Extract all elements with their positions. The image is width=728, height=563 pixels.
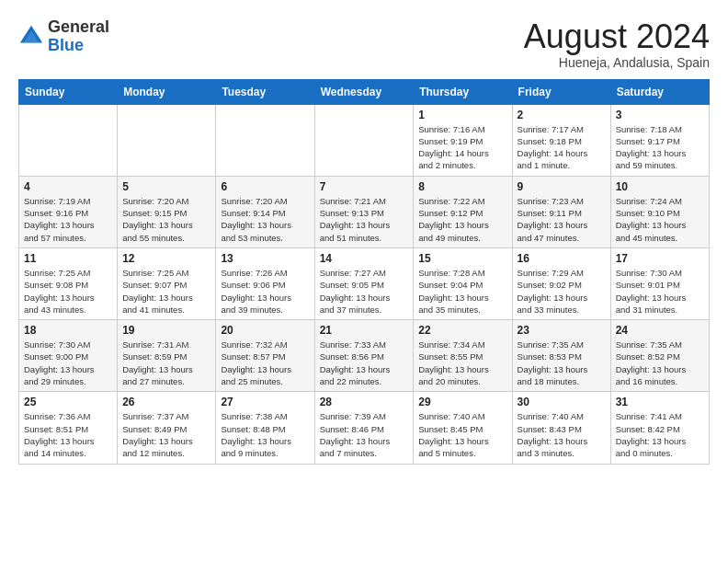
week-row-3: 11Sunrise: 7:25 AM Sunset: 9:08 PM Dayli… xyxy=(19,247,710,319)
calendar-cell: 4Sunrise: 7:19 AM Sunset: 9:16 PM Daylig… xyxy=(19,176,118,247)
calendar-cell: 15Sunrise: 7:28 AM Sunset: 9:04 PM Dayli… xyxy=(414,247,512,319)
calendar-header-row: SundayMondayTuesdayWednesdayThursdayFrid… xyxy=(19,79,710,104)
header-monday: Monday xyxy=(118,79,216,104)
header-friday: Friday xyxy=(512,79,610,104)
day-info: Sunrise: 7:35 AM Sunset: 8:53 PM Dayligh… xyxy=(518,339,606,387)
day-info: Sunrise: 7:41 AM Sunset: 8:42 PM Dayligh… xyxy=(616,410,704,459)
header-sunday: Sunday xyxy=(19,79,118,104)
calendar-cell xyxy=(314,104,414,176)
calendar-cell: 23Sunrise: 7:35 AM Sunset: 8:53 PM Dayli… xyxy=(512,320,610,392)
day-info: Sunrise: 7:20 AM Sunset: 9:14 PM Dayligh… xyxy=(221,195,309,244)
day-number: 12 xyxy=(122,252,210,265)
calendar-cell: 2Sunrise: 7:17 AM Sunset: 9:18 PM Daylig… xyxy=(512,104,610,176)
calendar-cell: 9Sunrise: 7:23 AM Sunset: 9:11 PM Daylig… xyxy=(512,176,610,247)
calendar-cell: 7Sunrise: 7:21 AM Sunset: 9:13 PM Daylig… xyxy=(314,176,414,247)
day-number: 30 xyxy=(518,396,606,408)
day-info: Sunrise: 7:17 AM Sunset: 9:18 PM Dayligh… xyxy=(518,123,606,172)
day-info: Sunrise: 7:30 AM Sunset: 9:00 PM Dayligh… xyxy=(24,339,112,387)
day-number: 10 xyxy=(616,180,704,193)
week-row-4: 18Sunrise: 7:30 AM Sunset: 9:00 PM Dayli… xyxy=(19,320,710,392)
calendar-body: 1Sunrise: 7:16 AM Sunset: 9:19 PM Daylig… xyxy=(19,104,710,464)
header-tuesday: Tuesday xyxy=(216,79,314,104)
day-info: Sunrise: 7:33 AM Sunset: 8:56 PM Dayligh… xyxy=(320,339,409,387)
day-info: Sunrise: 7:27 AM Sunset: 9:05 PM Dayligh… xyxy=(320,267,409,316)
logo-icon xyxy=(18,24,44,50)
day-info: Sunrise: 7:40 AM Sunset: 8:43 PM Dayligh… xyxy=(518,410,606,459)
day-number: 29 xyxy=(418,396,506,408)
day-info: Sunrise: 7:16 AM Sunset: 9:19 PM Dayligh… xyxy=(418,123,506,172)
day-info: Sunrise: 7:35 AM Sunset: 8:52 PM Dayligh… xyxy=(616,339,704,387)
day-number: 7 xyxy=(320,180,409,193)
logo-blue-text: Blue xyxy=(48,36,84,54)
day-number: 27 xyxy=(221,396,309,408)
day-info: Sunrise: 7:30 AM Sunset: 9:01 PM Dayligh… xyxy=(616,267,704,316)
day-number: 16 xyxy=(518,252,606,265)
calendar-cell xyxy=(19,104,118,176)
day-number: 8 xyxy=(418,180,506,193)
day-number: 31 xyxy=(616,396,704,408)
day-number: 5 xyxy=(122,180,210,193)
calendar-table: SundayMondayTuesdayWednesdayThursdayFrid… xyxy=(18,79,710,465)
day-info: Sunrise: 7:25 AM Sunset: 9:07 PM Dayligh… xyxy=(122,267,210,316)
calendar-cell: 21Sunrise: 7:33 AM Sunset: 8:56 PM Dayli… xyxy=(314,320,414,392)
day-info: Sunrise: 7:28 AM Sunset: 9:04 PM Dayligh… xyxy=(418,267,506,316)
location-subtitle: Hueneja, Andalusia, Spain xyxy=(524,55,710,70)
logo: General Blue xyxy=(18,18,109,55)
day-number: 11 xyxy=(24,252,112,265)
header-saturday: Saturday xyxy=(610,79,709,104)
calendar-cell: 30Sunrise: 7:40 AM Sunset: 8:43 PM Dayli… xyxy=(512,392,610,464)
calendar-cell: 26Sunrise: 7:37 AM Sunset: 8:49 PM Dayli… xyxy=(118,392,216,464)
day-info: Sunrise: 7:34 AM Sunset: 8:55 PM Dayligh… xyxy=(418,339,506,387)
day-info: Sunrise: 7:36 AM Sunset: 8:51 PM Dayligh… xyxy=(24,410,112,459)
calendar-cell: 8Sunrise: 7:22 AM Sunset: 9:12 PM Daylig… xyxy=(414,176,512,247)
day-number: 9 xyxy=(518,180,606,193)
day-number: 26 xyxy=(122,396,210,408)
calendar-cell: 6Sunrise: 7:20 AM Sunset: 9:14 PM Daylig… xyxy=(216,176,314,247)
calendar-cell: 14Sunrise: 7:27 AM Sunset: 9:05 PM Dayli… xyxy=(314,247,414,319)
calendar-cell: 12Sunrise: 7:25 AM Sunset: 9:07 PM Dayli… xyxy=(118,247,216,319)
day-info: Sunrise: 7:25 AM Sunset: 9:08 PM Dayligh… xyxy=(24,267,112,316)
day-number: 3 xyxy=(616,109,704,121)
day-number: 14 xyxy=(320,252,409,265)
day-number: 21 xyxy=(320,324,409,337)
month-year-title: August 2024 xyxy=(524,18,710,55)
day-info: Sunrise: 7:24 AM Sunset: 9:10 PM Dayligh… xyxy=(616,195,704,244)
day-number: 1 xyxy=(418,109,506,121)
calendar-cell xyxy=(118,104,216,176)
day-number: 2 xyxy=(518,109,606,121)
logo-general-text: General xyxy=(48,17,109,36)
calendar-cell: 11Sunrise: 7:25 AM Sunset: 9:08 PM Dayli… xyxy=(19,247,118,319)
calendar-cell: 18Sunrise: 7:30 AM Sunset: 9:00 PM Dayli… xyxy=(19,320,118,392)
day-info: Sunrise: 7:40 AM Sunset: 8:45 PM Dayligh… xyxy=(418,410,506,459)
day-number: 15 xyxy=(418,252,506,265)
page-header: General Blue August 2024 Hueneja, Andalu… xyxy=(18,18,710,70)
day-info: Sunrise: 7:29 AM Sunset: 9:02 PM Dayligh… xyxy=(518,267,606,316)
day-info: Sunrise: 7:20 AM Sunset: 9:15 PM Dayligh… xyxy=(122,195,210,244)
day-info: Sunrise: 7:38 AM Sunset: 8:48 PM Dayligh… xyxy=(221,410,309,459)
calendar-cell: 24Sunrise: 7:35 AM Sunset: 8:52 PM Dayli… xyxy=(610,320,709,392)
calendar-cell: 29Sunrise: 7:40 AM Sunset: 8:45 PM Dayli… xyxy=(414,392,512,464)
day-info: Sunrise: 7:21 AM Sunset: 9:13 PM Dayligh… xyxy=(320,195,409,244)
calendar-cell: 5Sunrise: 7:20 AM Sunset: 9:15 PM Daylig… xyxy=(118,176,216,247)
day-info: Sunrise: 7:18 AM Sunset: 9:17 PM Dayligh… xyxy=(616,123,704,172)
day-info: Sunrise: 7:31 AM Sunset: 8:59 PM Dayligh… xyxy=(122,339,210,387)
day-number: 17 xyxy=(616,252,704,265)
day-number: 18 xyxy=(24,324,112,337)
calendar-cell: 16Sunrise: 7:29 AM Sunset: 9:02 PM Dayli… xyxy=(512,247,610,319)
header-wednesday: Wednesday xyxy=(314,79,414,104)
day-number: 13 xyxy=(221,252,309,265)
calendar-cell: 25Sunrise: 7:36 AM Sunset: 8:51 PM Dayli… xyxy=(19,392,118,464)
day-number: 28 xyxy=(320,396,409,408)
day-info: Sunrise: 7:22 AM Sunset: 9:12 PM Dayligh… xyxy=(418,195,506,244)
calendar-cell: 20Sunrise: 7:32 AM Sunset: 8:57 PM Dayli… xyxy=(216,320,314,392)
calendar-cell: 13Sunrise: 7:26 AM Sunset: 9:06 PM Dayli… xyxy=(216,247,314,319)
day-info: Sunrise: 7:23 AM Sunset: 9:11 PM Dayligh… xyxy=(518,195,606,244)
calendar-cell: 3Sunrise: 7:18 AM Sunset: 9:17 PM Daylig… xyxy=(610,104,709,176)
day-number: 6 xyxy=(221,180,309,193)
title-block: August 2024 Hueneja, Andalusia, Spain xyxy=(524,18,710,70)
day-number: 22 xyxy=(418,324,506,337)
day-number: 23 xyxy=(518,324,606,337)
day-info: Sunrise: 7:26 AM Sunset: 9:06 PM Dayligh… xyxy=(221,267,309,316)
calendar-cell: 19Sunrise: 7:31 AM Sunset: 8:59 PM Dayli… xyxy=(118,320,216,392)
calendar-cell: 17Sunrise: 7:30 AM Sunset: 9:01 PM Dayli… xyxy=(610,247,709,319)
